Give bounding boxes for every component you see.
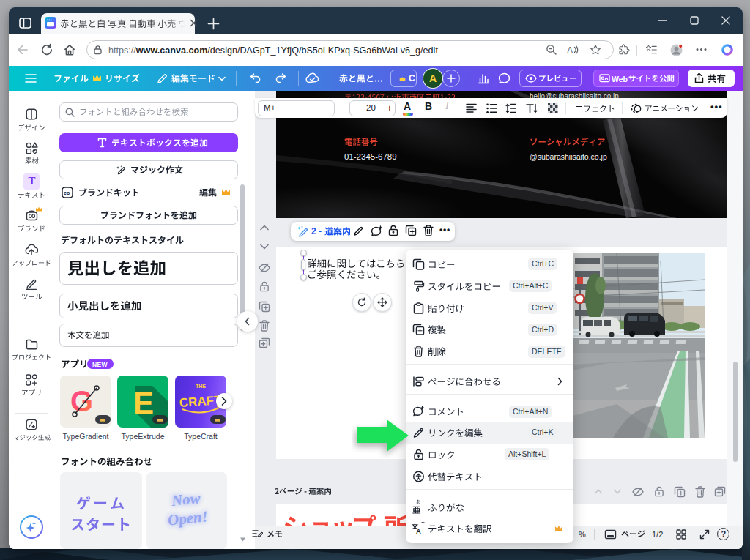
svg-text:A: A (567, 45, 573, 56)
svg-text:E: E (133, 386, 154, 420)
svg-text:co: co (64, 190, 70, 195)
svg-text:THE: THE (196, 384, 206, 389)
